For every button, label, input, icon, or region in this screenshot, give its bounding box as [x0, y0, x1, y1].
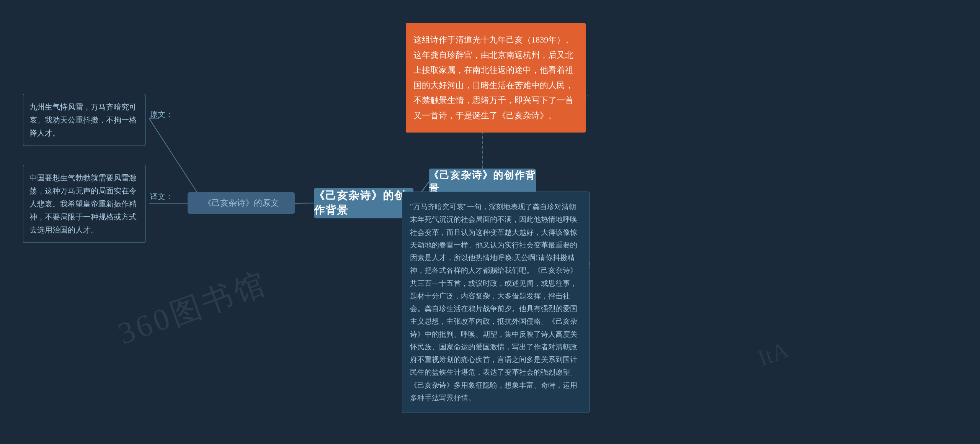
yuanwen-label: 原文：	[150, 109, 173, 120]
shangxi-text-box: "万马齐喑究可哀"一句，深刻地表现了龚自珍对清朝末年死气沉沉的社会局面的不满，因…	[402, 192, 590, 413]
center-node-label: 《己亥杂诗》的创作背景	[314, 188, 413, 218]
background-text: 这组诗作于清道光十九年己亥（1839年）。这年龚自珍辞官，由北京南返杭州，后又北…	[413, 35, 573, 120]
watermark: 360图书馆	[113, 262, 273, 354]
yuanwen-content: 九州生气恃风雷，万马齐喑究可哀。我劝天公重抖擞，不拘一格降人才。	[23, 94, 145, 146]
svg-line-1	[149, 119, 199, 195]
background-text-box: 这组诗作于清道光十九年己亥（1839年）。这年龚自珍辞官，由北京南返杭州，后又北…	[406, 23, 586, 133]
watermark2: ItA	[755, 336, 792, 372]
shangxi-text: "万马齐喑究可哀"一句，深刻地表现了龚自珍对清朝末年死气沉沉的社会局面的不满，因…	[410, 203, 577, 402]
yuanwen-branch-node: 《己亥杂诗》的原文	[188, 192, 295, 214]
yiwen-label: 译文：	[150, 192, 173, 202]
yiwen-text: 中国要想生气勃勃就需要风雷激荡，这种万马无声的局面实在令人悲哀。我希望皇帝重新振…	[29, 174, 137, 234]
yuanwen-branch-label: 《己亥杂诗》的原文	[203, 197, 279, 209]
yiwen-content: 中国要想生气勃勃就需要风雷激荡，这种万马无声的局面实在令人悲哀。我希望皇帝重新振…	[23, 165, 145, 243]
mind-map: 360图书馆 ItA 《己亥杂诗》的创作背景 《己亥杂诗》的原文 九州生气恃风雷…	[0, 0, 980, 444]
center-node: 《己亥杂诗》的创作背景	[314, 188, 413, 218]
yuanwen-text: 九州生气恃风雷，万马齐喑究可哀。我劝天公重抖擞，不拘一格降人才。	[29, 103, 137, 137]
